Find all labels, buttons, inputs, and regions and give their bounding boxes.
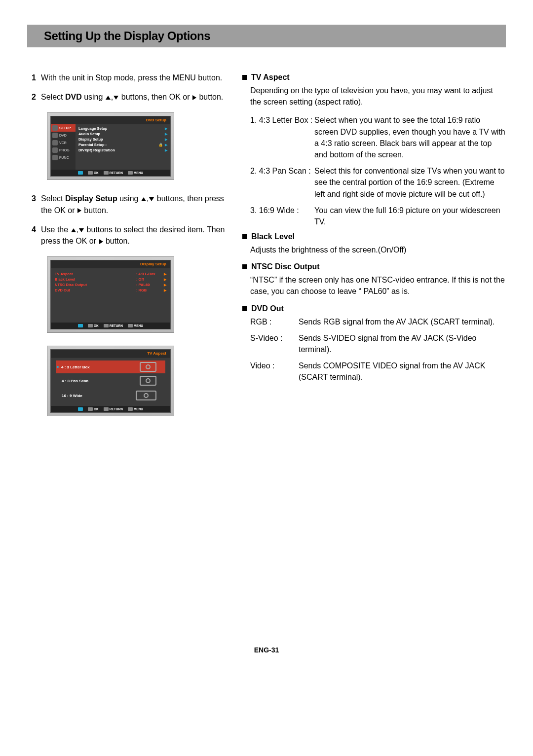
aspect-panscan: 4 : 3 Pan Scan [56, 373, 165, 388]
aspect-wide: 16 : 9 Wide [56, 388, 165, 403]
step-3: Select Display Setup using , buttons, th… [41, 193, 229, 216]
dvd-out-heading: DVD Out [251, 304, 284, 313]
step-1: With the unit in Stop mode, press the ME… [41, 72, 229, 83]
page-header: Setting Up the Display Options [27, 25, 506, 47]
tv-aspect-intro: Depending on the type of television you … [242, 85, 506, 108]
page-title: Setting Up the Display Options [44, 29, 210, 43]
tv-aspect-heading: TV Aspect [251, 73, 290, 82]
left-column: 1 With the unit in Stop mode, press the … [27, 72, 229, 429]
osd-side-prog: PROG [51, 146, 76, 154]
black-level-heading: Black Level [251, 232, 295, 241]
manual-page: Setting Up the Display Options 1 With th… [0, 0, 533, 674]
step-4: Use the , buttons to select the desired … [41, 224, 229, 247]
step-2: Select DVD using , buttons, then OK or b… [41, 91, 229, 103]
osd-side-setup: SETUP [51, 124, 76, 132]
osd-dvd-setup: DVD Setup SETUP DVD VCR PROG FUNC Langua… [47, 112, 174, 180]
right-column: TV Aspect Depending on the type of telev… [242, 72, 506, 429]
up-icon [106, 96, 111, 100]
osd-side-func: FUNC [51, 154, 76, 161]
ntsc-desc: “NTSC” if the screen only has one NTSC-v… [242, 274, 506, 297]
page-number: ENG-31 [27, 646, 506, 654]
aspect-letterbox: ▶4 : 3 Letter Box [56, 360, 165, 373]
ntsc-heading: NTSC Disc Output [251, 262, 320, 271]
osd-side-vcr: VCR [51, 139, 76, 146]
right-icon [192, 95, 196, 100]
osd-tv-aspect: TV Aspect ▶4 : 3 Letter Box 4 : 3 Pan Sc… [47, 346, 174, 416]
black-level-desc: Adjusts the brightness of the screen.(On… [242, 244, 506, 255]
down-icon [114, 96, 118, 100]
osd-side-dvd: DVD [51, 132, 76, 139]
osd-display-setup: Display Setup TV Aspect: 4:3 L-Box▶ Blac… [47, 256, 174, 333]
